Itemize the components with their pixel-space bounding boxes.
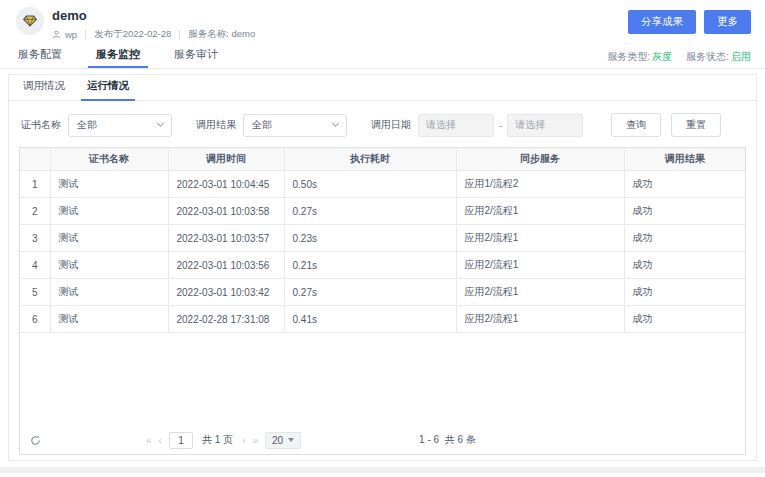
service-type-value: 灰度 (652, 51, 672, 62)
items-range-label: 1 - 6 共 6 条 (419, 433, 476, 447)
next-page-button[interactable]: › (242, 435, 245, 446)
call-result-select[interactable]: 全部 (243, 114, 347, 137)
more-button[interactable]: 更多 (704, 10, 751, 34)
date-range-separator: - (499, 120, 502, 131)
table-row: 6测试2022-02-28 17:31:080.41s应用2/流程1成功 (20, 306, 745, 333)
call-date-label: 调用日期 (371, 118, 411, 132)
sub-tab[interactable]: 运行情况 (85, 79, 131, 100)
date-start-input[interactable]: 请选择 (418, 114, 494, 137)
main-tab[interactable]: 服务配置 (16, 47, 64, 67)
cert-name-select[interactable]: 全部 (68, 114, 172, 137)
card-bottom-padding (9, 455, 756, 460)
row-index-cell: 6 (20, 306, 50, 333)
footer-strip (0, 467, 765, 473)
results-table: 证书名称调用时间执行耗时同步服务调用结果 1测试2022-03-01 10:04… (20, 148, 745, 333)
chevron-down-icon (332, 120, 339, 127)
row-index-cell: 1 (20, 171, 50, 198)
service-meta: 服务类型:灰度 服务状态:启用 (607, 50, 751, 64)
share-result-button[interactable]: 分享成果 (628, 10, 696, 34)
page-size-select[interactable]: 20 (265, 432, 301, 449)
top-header: demo wp 发布于2022-02-28 服务名称: demo 分享成果 更多 (0, 0, 765, 45)
cert-name-label: 证书名称 (21, 118, 61, 132)
page-controls: « ‹ 1 共 1 页 › » 20 (146, 432, 301, 449)
table-cell: 测试 (50, 252, 168, 279)
header-meta: wp 发布于2022-02-28 服务名称: demo (52, 28, 255, 41)
table-cell: 应用2/流程1 (456, 225, 624, 252)
service-status: 服务状态:启用 (686, 50, 751, 64)
call-result-label: 调用结果 (196, 118, 236, 132)
sub-tab[interactable]: 调用情况 (21, 79, 67, 100)
table-cell: 成功 (624, 252, 745, 279)
table-cell: 成功 (624, 306, 745, 333)
results-table-container: 证书名称调用时间执行耗时同步服务调用结果 1测试2022-03-01 10:04… (19, 147, 746, 455)
table-cell: 应用1/流程2 (456, 171, 624, 198)
table-row: 1测试2022-03-01 10:04:450.50s应用1/流程2成功 (20, 171, 745, 198)
table-cell: 0.21s (284, 252, 456, 279)
publish-date: 发布于2022-02-28 (94, 28, 171, 41)
column-header: 调用结果 (624, 148, 745, 171)
table-cell: 成功 (624, 198, 745, 225)
refresh-icon (30, 435, 41, 446)
table-empty-space (20, 333, 745, 426)
table-cell: 0.41s (284, 306, 456, 333)
row-index-cell: 5 (20, 279, 50, 306)
search-button[interactable]: 查询 (611, 113, 661, 137)
table-cell: 成功 (624, 171, 745, 198)
service-type: 服务类型:灰度 (607, 50, 672, 64)
filter-row: 证书名称 全部 调用结果 全部 调用日期 请选择 - 请选择 查询 重置 (9, 101, 756, 147)
table-cell: 测试 (50, 225, 168, 252)
chevron-down-icon (157, 120, 164, 127)
service-avatar (16, 7, 44, 35)
table-cell: 测试 (50, 171, 168, 198)
table-cell: 应用2/流程1 (456, 198, 624, 225)
table-row: 5测试2022-03-01 10:03:420.27s应用2/流程1成功 (20, 279, 745, 306)
row-index-cell: 4 (20, 252, 50, 279)
table-cell: 2022-03-01 10:03:57 (168, 225, 284, 252)
table-header-row: 证书名称调用时间执行耗时同步服务调用结果 (20, 148, 745, 171)
reset-button[interactable]: 重置 (671, 113, 721, 137)
table-body: 1测试2022-03-01 10:04:450.50s应用1/流程2成功2测试2… (20, 171, 745, 333)
page-title: demo (52, 8, 255, 23)
refresh-button[interactable] (30, 435, 41, 446)
date-end-input[interactable]: 请选择 (507, 114, 583, 137)
table-cell: 0.27s (284, 279, 456, 306)
divider (85, 30, 86, 39)
column-header: 调用时间 (168, 148, 284, 171)
table-cell: 2022-03-01 10:03:58 (168, 198, 284, 225)
row-index-cell: 3 (20, 225, 50, 252)
user-icon (52, 30, 61, 39)
main-tab-bar: 服务配置服务监控服务审计 服务类型:灰度 服务状态:启用 (0, 45, 765, 69)
gem-icon (22, 13, 38, 29)
main-tab[interactable]: 服务审计 (172, 47, 220, 67)
prev-page-button[interactable]: ‹ (159, 435, 162, 446)
sub-tab-bar: 调用情况运行情况 (9, 75, 756, 101)
table-cell: 测试 (50, 198, 168, 225)
table-row: 3测试2022-03-01 10:03:570.23s应用2/流程1成功 (20, 225, 745, 252)
row-index-cell: 2 (20, 198, 50, 225)
main-tab[interactable]: 服务监控 (94, 47, 142, 67)
column-header: 同步服务 (456, 148, 624, 171)
pagination-bar: « ‹ 1 共 1 页 › » 20 1 - 6 共 6 条 (20, 426, 745, 454)
table-cell: 2022-03-01 10:03:56 (168, 252, 284, 279)
table-cell: 2022-02-28 17:31:08 (168, 306, 284, 333)
owner-name: wp (65, 29, 77, 40)
table-cell: 应用2/流程1 (456, 306, 624, 333)
index-column-header (20, 148, 50, 171)
table-cell: 应用2/流程1 (456, 252, 624, 279)
total-pages-label: 共 1 页 (202, 433, 233, 447)
table-cell: 2022-03-01 10:03:42 (168, 279, 284, 306)
divider (179, 30, 180, 39)
table-cell: 0.50s (284, 171, 456, 198)
table-cell: 测试 (50, 279, 168, 306)
last-page-button[interactable]: » (252, 435, 258, 446)
caret-down-icon (288, 438, 294, 442)
first-page-button[interactable]: « (146, 435, 152, 446)
table-cell: 测试 (50, 306, 168, 333)
column-header: 执行耗时 (284, 148, 456, 171)
table-cell: 0.23s (284, 225, 456, 252)
table-cell: 2022-03-01 10:04:45 (168, 171, 284, 198)
service-status-value: 启用 (731, 51, 751, 62)
table-row: 4测试2022-03-01 10:03:560.21s应用2/流程1成功 (20, 252, 745, 279)
table-row: 2测试2022-03-01 10:03:580.27s应用2/流程1成功 (20, 198, 745, 225)
current-page-box[interactable]: 1 (169, 432, 193, 449)
